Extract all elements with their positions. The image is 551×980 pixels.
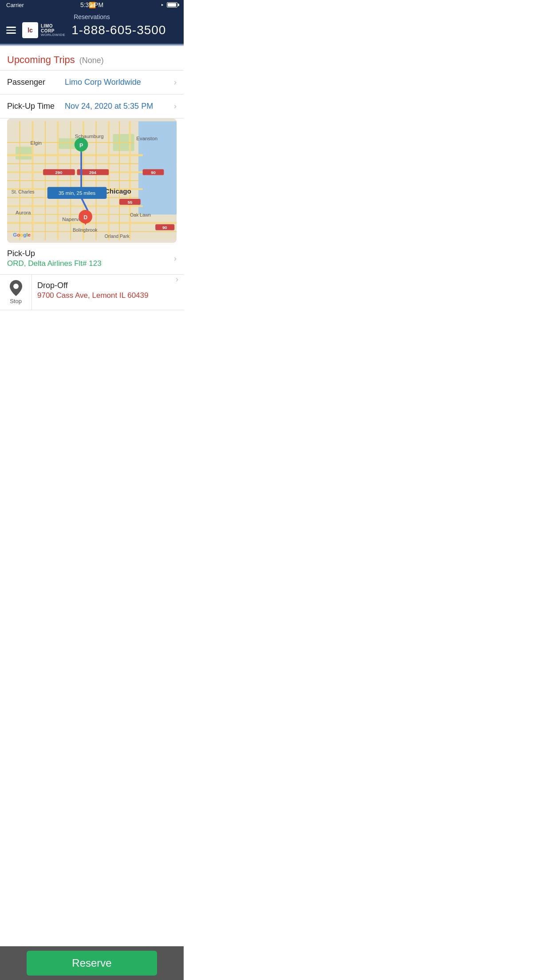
svg-text:294: 294	[89, 170, 97, 175]
logo-line2: CORP	[41, 28, 65, 33]
time-display: 5:39 PM	[80, 1, 103, 8]
pickup-location-label: Pick-Up	[7, 249, 170, 258]
svg-text:Bolingbrook: Bolingbrook	[73, 227, 98, 233]
hamburger-line	[6, 32, 16, 34]
bottom-spacer	[0, 310, 184, 341]
carrier-label: Carrier	[6, 2, 24, 8]
pickup-location-row[interactable]: Pick-Up ORD, Delta Airlines Flt# 123 ›	[0, 243, 184, 275]
map-svg: 290 294 90 55 90 Elgin Schaumburg Evans	[7, 119, 177, 243]
passenger-value: Limo Corp Worldwide	[65, 78, 170, 87]
pickup-time-row[interactable]: Pick-Up Time Nov 24, 2020 at 5:35 PM ›	[0, 95, 184, 119]
map-container[interactable]: 290 294 90 55 90 Elgin Schaumburg Evans	[7, 119, 177, 243]
svg-text:Elgin: Elgin	[31, 140, 42, 146]
svg-text:Google: Google	[13, 232, 30, 237]
passenger-row[interactable]: Passenger Limo Corp Worldwide ›	[0, 71, 184, 95]
pickup-time-value: Nov 24, 2020 at 5:35 PM	[65, 102, 170, 111]
logo-letters: lc	[28, 27, 33, 34]
svg-text:Chicago: Chicago	[105, 187, 131, 195]
svg-text:St. Charles: St. Charles	[12, 189, 35, 194]
logo-text: LIMO CORP WORLDWIDE	[41, 24, 65, 37]
hamburger-line	[6, 27, 16, 28]
logo-box: lc	[22, 22, 38, 38]
svg-text:P: P	[79, 142, 83, 149]
dropoff-row[interactable]: Stop Drop-Off 9700 Cass Ave, Lemont IL 6…	[0, 275, 184, 310]
passenger-chevron-icon: ›	[174, 78, 177, 87]
svg-text:290: 290	[55, 170, 63, 175]
svg-text:90: 90	[151, 170, 156, 175]
hamburger-line	[6, 30, 16, 31]
svg-text:Orland Park: Orland Park	[105, 233, 130, 239]
battery-icon	[167, 2, 177, 8]
svg-point-56	[13, 284, 19, 289]
svg-text:Aurora: Aurora	[16, 210, 31, 215]
stop-label: Stop	[10, 298, 22, 304]
app-header: Reservations lc LIMO CORP WORLDWIDE 1-88…	[0, 10, 184, 43]
reservations-label: Reservations	[6, 13, 177, 20]
svg-text:Evanston: Evanston	[136, 136, 157, 141]
passenger-label: Passenger	[7, 78, 65, 87]
hamburger-menu-button[interactable]	[6, 27, 16, 34]
svg-rect-3	[16, 147, 32, 160]
stop-icon-column: Stop	[0, 275, 32, 310]
pickup-content: Pick-Up ORD, Delta Airlines Flt# 123	[7, 249, 170, 268]
logo-line3: WORLDWIDE	[41, 33, 65, 37]
logo: lc LIMO CORP WORLDWIDE	[22, 22, 65, 38]
dropoff-chevron-icon: ›	[176, 275, 178, 310]
pickup-time-chevron-icon: ›	[174, 102, 177, 111]
header-row: lc LIMO CORP WORLDWIDE 1-888-605-3500	[6, 22, 177, 38]
pickup-location-value: ORD, Delta Airlines Flt# 123	[7, 259, 170, 268]
location-icon: ‣	[161, 2, 164, 8]
upcoming-trips-label: Upcoming Trips	[7, 54, 75, 66]
dropoff-label: Drop-Off	[37, 281, 167, 290]
stop-pin-icon	[10, 280, 22, 296]
upcoming-trips-section: Upcoming Trips (None)	[0, 46, 184, 71]
main-content: Upcoming Trips (None) Passenger Limo Cor…	[0, 46, 184, 341]
logo-line1: LIMO	[41, 24, 65, 28]
upcoming-trips-status: (None)	[79, 56, 104, 65]
phone-number[interactable]: 1-888-605-3500	[71, 23, 177, 37]
svg-text:35 min, 25 miles: 35 min, 25 miles	[59, 190, 96, 196]
dropoff-content: Drop-Off 9700 Cass Ave, Lemont IL 60439	[32, 275, 172, 310]
status-bar: Carrier 📶 5:39 PM ‣	[0, 0, 184, 10]
pickup-time-label: Pick-Up Time	[7, 102, 65, 111]
svg-text:90: 90	[162, 225, 167, 230]
svg-text:D: D	[83, 214, 87, 221]
pickup-location-chevron-icon: ›	[174, 254, 177, 263]
svg-text:Oak Lawn: Oak Lawn	[130, 212, 151, 217]
dropoff-value: 9700 Cass Ave, Lemont IL 60439	[37, 291, 167, 300]
status-right: ‣	[161, 2, 177, 8]
svg-text:55: 55	[128, 200, 133, 205]
